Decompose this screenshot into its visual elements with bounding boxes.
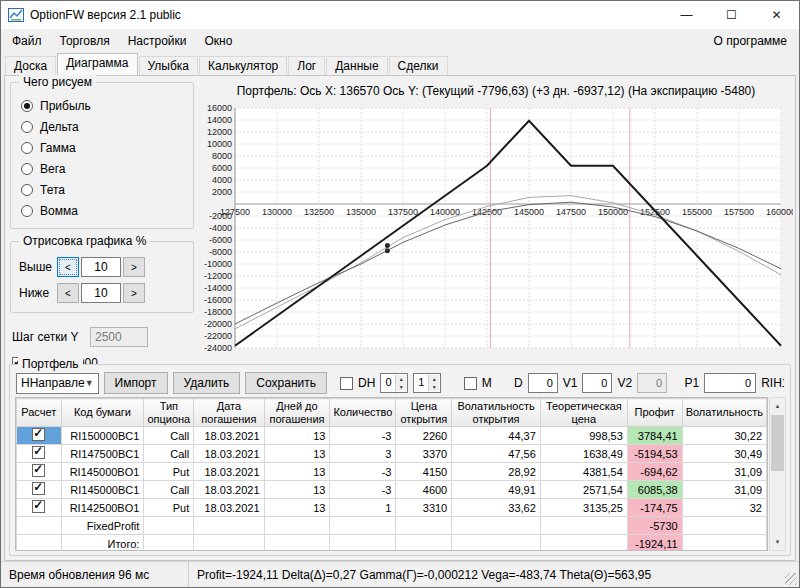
radio-option-5[interactable]: Вомма [21,201,183,221]
radio-option-0[interactable]: Прибыль [21,96,183,116]
cell-days[interactable]: 13 [264,481,330,499]
cell-days[interactable]: 13 [264,427,330,445]
below-decrease-button[interactable]: < [57,283,79,303]
cell-qty[interactable]: -3 [330,481,396,499]
cell-expiry[interactable]: 18.03.2021 [194,463,264,481]
cell-type[interactable]: Call [144,427,194,445]
radio-option-3[interactable]: Вега [21,159,183,179]
cell-code[interactable]: FixedProfit [61,517,144,535]
tab-3[interactable]: Калькулятор [199,56,287,75]
cell-open-price[interactable]: 2260 [396,427,452,445]
v1-field[interactable] [582,373,612,393]
cell-code[interactable]: RI145000BC1 [61,481,144,499]
maximize-button[interactable]: ☐ [709,1,754,29]
col-header-days[interactable]: Дней до погашения [264,399,330,427]
radio-option-2[interactable]: Гамма [21,138,183,158]
col-header-open-price[interactable]: Цена открытия [396,399,452,427]
cell-code[interactable]: RI145000BO1 [61,463,144,481]
menu-settings[interactable]: Настройки [119,31,196,51]
cell-profit[interactable]: 3784,41 [627,427,682,445]
table-scrollbar[interactable]: ▲ ▼ [769,397,786,551]
cell-check[interactable] [17,535,62,551]
cell-profit[interactable]: -5194,53 [627,445,682,463]
cell-days[interactable]: 13 [264,463,330,481]
above-percent-input[interactable] [81,257,121,277]
cell-open-vol[interactable] [452,517,541,535]
row-checkbox[interactable] [32,446,45,459]
cell-days[interactable] [264,517,330,535]
cell-expiry[interactable] [194,535,264,551]
radio-circle-icon[interactable] [21,142,33,154]
col-header-check[interactable]: Расчет [17,399,62,427]
p1-field[interactable] [704,373,756,393]
cell-code[interactable]: RI147500BC1 [61,445,144,463]
cell-days[interactable]: 13 [264,499,330,517]
tab-5[interactable]: Данные [326,56,387,75]
cell-code[interactable]: Итого: [61,535,144,551]
save-button[interactable]: Сохранить [245,372,327,394]
row-checkbox[interactable] [32,500,45,513]
above-decrease-button[interactable]: < [57,257,79,277]
cell-expiry[interactable] [194,517,264,535]
cell-open-vol[interactable]: 28,92 [452,463,541,481]
cell-qty[interactable]: 3 [330,445,396,463]
cell-check[interactable] [17,445,62,463]
scroll-up-icon[interactable]: ▲ [770,398,785,414]
dh-checkbox[interactable] [340,377,353,390]
cell-type[interactable] [144,535,194,551]
col-header-code[interactable]: Код бумаги [61,399,144,427]
cell-open-price[interactable] [396,535,452,551]
cell-expiry[interactable]: 18.03.2021 [194,445,264,463]
cell-days[interactable] [264,535,330,551]
row-checkbox[interactable] [32,482,45,495]
col-header-open-vol[interactable]: Волатильность открытия [452,399,541,427]
cell-theo-price[interactable]: 4381,54 [540,463,627,481]
profit-chart-svg[interactable]: 160001400012000100008000600040002000-200… [195,100,793,358]
tab-2[interactable]: Улыбка [139,56,199,75]
d-field[interactable] [528,373,558,393]
col-header-vol[interactable]: Волатильность [682,399,766,427]
cell-check[interactable] [17,499,62,517]
col-header-type[interactable]: Тип опциона [144,399,194,427]
cell-type[interactable]: Put [144,499,194,517]
cell-open-price[interactable]: 3310 [396,499,452,517]
row-checkbox[interactable] [32,464,45,477]
cell-vol[interactable]: 31,09 [682,481,766,499]
cell-qty[interactable] [330,535,396,551]
radio-circle-icon[interactable] [21,100,33,112]
menu-trading[interactable]: Торговля [51,31,119,51]
cell-theo-price[interactable]: 1638,49 [540,445,627,463]
m-checkbox[interactable] [464,377,477,390]
spinner-arrows-icon[interactable]: ▲▼ [395,375,406,391]
cell-open-vol[interactable]: 44,37 [452,427,541,445]
tab-1[interactable]: Диаграмма [57,53,137,75]
below-increase-button[interactable]: > [123,283,145,303]
cell-qty[interactable]: 1 [330,499,396,517]
col-header-profit[interactable]: Профит [627,399,682,427]
cell-check[interactable] [17,481,62,499]
cell-profit[interactable]: -174,75 [627,499,682,517]
cell-qty[interactable]: -3 [330,427,396,445]
cell-theo-price[interactable]: 998,53 [540,427,627,445]
cell-open-price[interactable]: 4150 [396,463,452,481]
cell-type[interactable] [144,517,194,535]
scrollbar-thumb[interactable] [771,415,784,471]
v2-field[interactable] [637,373,667,393]
cell-open-vol[interactable]: 47,56 [452,445,541,463]
tab-0[interactable]: Доска [5,56,56,75]
cell-vol[interactable]: 31,09 [682,463,766,481]
grid-step-y-input[interactable] [90,327,148,347]
cell-profit[interactable]: -5730 [627,517,682,535]
menu-window[interactable]: Окно [196,31,242,51]
spinner-arrows-icon[interactable]: ▲▼ [428,375,439,391]
cell-profit[interactable]: -1924,11 [627,535,682,551]
cell-vol[interactable] [682,535,766,551]
radio-option-4[interactable]: Тета [21,180,183,200]
cell-expiry[interactable]: 18.03.2021 [194,427,264,445]
cell-theo-price[interactable] [540,517,627,535]
below-percent-input[interactable] [81,283,121,303]
cell-code[interactable]: RI150000BC1 [61,427,144,445]
cell-open-price[interactable]: 4600 [396,481,452,499]
cell-check[interactable] [17,517,62,535]
radio-circle-icon[interactable] [21,163,33,175]
